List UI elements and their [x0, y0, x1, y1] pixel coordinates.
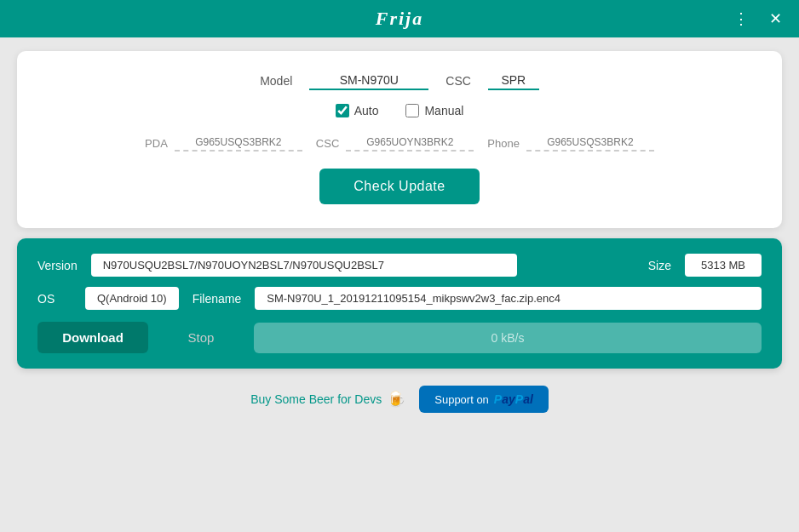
- csc-input[interactable]: [488, 72, 539, 90]
- model-input[interactable]: [309, 72, 428, 90]
- manual-label: Manual: [424, 104, 463, 117]
- size-label: Size: [648, 259, 671, 272]
- csc-fw-input[interactable]: [346, 134, 474, 152]
- firmware-row: PDA CSC Phone: [44, 134, 755, 152]
- paypal-support-text: Support on: [434, 393, 489, 406]
- titlebar: Frija ⋮ ✕: [0, 0, 799, 37]
- window-controls: ⋮ ✕: [727, 5, 789, 32]
- pda-input[interactable]: [175, 134, 302, 152]
- auto-manual-row: Auto Manual: [44, 104, 755, 117]
- pda-group: PDA: [145, 134, 302, 152]
- auto-label: Auto: [354, 104, 379, 117]
- app-title: Frija: [376, 8, 423, 30]
- beer-icon: 🍺: [387, 390, 405, 409]
- menu-button[interactable]: ⋮: [727, 5, 755, 32]
- paypal-logo: PayPal: [494, 392, 533, 406]
- filename-label: Filename: [193, 292, 242, 306]
- os-label: OS: [37, 292, 72, 306]
- bottom-panel: Version N970USQU2BSL7/N970UOYN2BSL7/N970…: [17, 238, 782, 369]
- check-update-row: Check Update: [44, 169, 755, 204]
- beer-link[interactable]: Buy Some Beer for Devs 🍺: [250, 390, 405, 409]
- csc-fw-group: CSC: [316, 134, 474, 152]
- csc-fw-label: CSC: [316, 137, 339, 150]
- download-button[interactable]: Download: [37, 322, 148, 353]
- version-label: Version: [37, 259, 78, 272]
- top-panel: Model CSC Auto Manual PDA CSC: [17, 51, 782, 228]
- action-row: Download Stop 0 kB/s: [37, 322, 762, 353]
- model-csc-row: Model CSC: [44, 72, 755, 90]
- model-label: Model: [260, 74, 292, 88]
- version-value: N970USQU2BSL7/N970UOYN2BSL7/N970USQU2BSL…: [91, 254, 517, 277]
- phone-group: Phone: [487, 134, 654, 152]
- beer-link-text: Buy Some Beer for Devs: [250, 392, 382, 406]
- phone-label: Phone: [487, 137, 520, 150]
- paypal-button[interactable]: Support on PayPal: [419, 386, 549, 413]
- auto-checkbox-label[interactable]: Auto: [336, 104, 379, 117]
- os-filename-row: OS Q(Android 10) Filename SM-N970U_1_201…: [37, 287, 762, 310]
- auto-checkbox[interactable]: [336, 104, 349, 117]
- close-button[interactable]: ✕: [762, 5, 789, 32]
- manual-checkbox-label[interactable]: Manual: [405, 104, 463, 117]
- size-value: 5313 MB: [685, 254, 762, 277]
- filename-value: SM-N970U_1_20191211095154_mikpswv2w3_fac…: [255, 287, 762, 310]
- pda-label: PDA: [145, 137, 168, 150]
- footer: Buy Some Beer for Devs 🍺 Support on PayP…: [17, 379, 782, 418]
- version-size-row: Version N970USQU2BSL7/N970UOYN2BSL7/N970…: [37, 254, 762, 277]
- csc-label: CSC: [445, 74, 471, 88]
- phone-input[interactable]: [526, 134, 654, 152]
- check-update-button[interactable]: Check Update: [319, 169, 479, 204]
- os-value: Q(Android 10): [85, 287, 179, 310]
- manual-checkbox[interactable]: [405, 104, 419, 117]
- speed-indicator: 0 kB/s: [254, 323, 762, 353]
- stop-button[interactable]: Stop: [158, 322, 244, 353]
- main-content: Model CSC Auto Manual PDA CSC: [0, 37, 799, 532]
